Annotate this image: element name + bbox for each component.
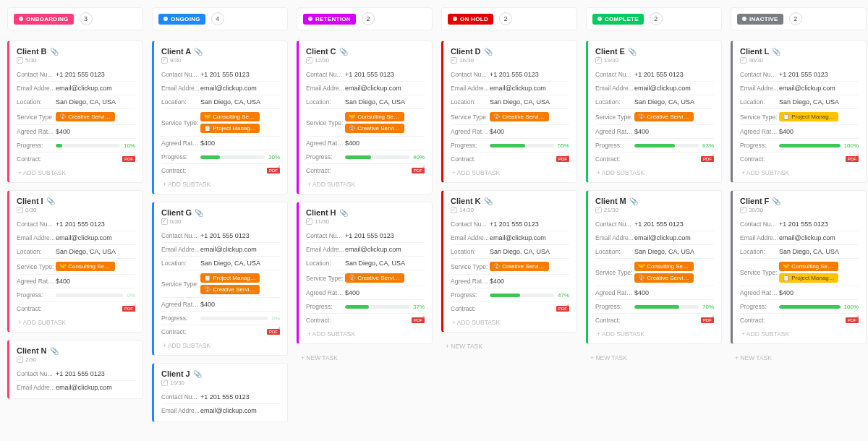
card-title[interactable]: Client H — [306, 208, 336, 217]
attachment-icon[interactable]: 📎 — [46, 197, 55, 205]
attachment-icon[interactable]: 📎 — [193, 370, 202, 378]
kanban-card[interactable]: Client I📎0/30Contact Nu...+1 201 555 012… — [7, 190, 143, 333]
card-title[interactable]: Client J — [161, 369, 190, 378]
service-tag[interactable]: 🎨 Creative Services — [634, 273, 694, 283]
kanban-card[interactable]: Client J📎10/30Contact Nu...+1 201 555 01… — [152, 363, 288, 422]
add-subtask-button[interactable]: + ADD SUBTASK — [740, 327, 859, 339]
add-subtask-button[interactable]: + ADD SUBTASK — [595, 166, 714, 178]
attachment-icon[interactable]: 📎 — [772, 48, 780, 56]
column-count: 2 — [650, 12, 663, 25]
new-task-button[interactable]: + NEW TASK — [731, 351, 867, 364]
attachment-icon[interactable]: 📎 — [339, 48, 348, 56]
add-subtask-button[interactable]: + ADD SUBTASK — [17, 166, 135, 178]
field-row: Email Addre...email@clickup.com — [306, 242, 425, 256]
service-tag[interactable]: 🤝 Consulting Servi... — [56, 262, 115, 271]
attachment-icon[interactable]: 📎 — [484, 197, 493, 205]
card-title[interactable]: Client I — [17, 197, 43, 205]
kanban-card[interactable]: Client B📎5/30Contact Nu...+1 201 555 012… — [7, 40, 143, 183]
card-title[interactable]: Client N — [17, 346, 47, 355]
kanban-card[interactable]: Client H📎11/30Contact Nu...+1 201 555 01… — [297, 202, 433, 344]
card-title[interactable]: Client K — [451, 197, 481, 205]
attachment-icon[interactable]: 📎 — [484, 48, 493, 56]
column-header[interactable]: ONGOING4 — [152, 7, 288, 30]
attachment-icon[interactable]: 📎 — [194, 48, 203, 56]
column-header[interactable]: INACTIVE2 — [731, 7, 867, 30]
service-tag[interactable]: 🤝 Consulting Servi... — [345, 112, 404, 121]
service-tag[interactable]: 🤝 Consulting Servi... — [634, 262, 694, 271]
progress-pct: 100% — [844, 142, 859, 149]
card-title[interactable]: Client L — [740, 47, 769, 56]
column-header[interactable]: RETENTION2 — [297, 7, 433, 30]
new-task-button[interactable]: + NEW TASK — [586, 351, 722, 364]
kanban-card[interactable]: Client F📎30/30Contact Nu...+1 201 555 01… — [731, 190, 867, 344]
card-title[interactable]: Client M — [595, 197, 626, 205]
contract-file[interactable]: PDF — [490, 306, 569, 312]
service-tag[interactable]: 🎨 Creative Services — [56, 112, 115, 121]
contract-file[interactable]: PDF — [345, 168, 425, 174]
kanban-card[interactable]: Client L📎30/30Contact Nu...+1 201 555 01… — [731, 40, 867, 183]
card-title[interactable]: Client D — [451, 47, 481, 56]
add-subtask-button[interactable]: + ADD SUBTASK — [451, 315, 569, 327]
kanban-card[interactable]: Client G📎0/30Contact Nu...+1 201 555 012… — [152, 202, 288, 356]
add-subtask-button[interactable]: + ADD SUBTASK — [17, 315, 135, 327]
contract-file[interactable]: PDF — [56, 156, 135, 162]
add-subtask-button[interactable]: + ADD SUBTASK — [595, 327, 714, 339]
attachment-icon[interactable]: 📎 — [195, 209, 203, 217]
add-subtask-button[interactable]: + ADD SUBTASK — [306, 177, 425, 189]
card-title[interactable]: Client E — [595, 47, 625, 56]
kanban-card[interactable]: Client A📎9/30Contact Nu...+1 201 555 012… — [152, 40, 288, 194]
add-subtask-button[interactable]: + ADD SUBTASK — [740, 166, 859, 178]
service-tag[interactable]: 🎨 Creative Services — [345, 273, 404, 283]
kanban-card[interactable]: Client M📎21/30Contact Nu...+1 201 555 01… — [586, 190, 722, 344]
attachment-icon[interactable]: 📎 — [629, 197, 638, 205]
card-title[interactable]: Client B — [17, 47, 47, 56]
add-subtask-button[interactable]: + ADD SUBTASK — [161, 177, 280, 189]
add-subtask-button[interactable]: + ADD SUBTASK — [451, 166, 569, 178]
column-header[interactable]: COMPLETE2 — [586, 7, 722, 30]
attachment-icon[interactable]: 📎 — [772, 197, 780, 205]
kanban-card[interactable]: Client D📎16/30Contact Nu...+1 201 555 01… — [441, 40, 577, 183]
contract-file[interactable]: PDF — [779, 317, 859, 323]
contract-file[interactable]: PDF — [634, 156, 714, 162]
kanban-card[interactable]: Client K📎14/30Contact Nu...+1 201 555 01… — [441, 190, 577, 333]
field-row: Contract:PDF — [306, 163, 425, 177]
kanban-card[interactable]: Client E📎19/30Contact Nu...+1 201 555 01… — [586, 40, 722, 183]
contract-file[interactable]: PDF — [490, 156, 569, 162]
contract-file[interactable]: PDF — [200, 168, 280, 174]
email-address: email@clickup.com — [200, 407, 280, 414]
service-tag[interactable]: 🤝 Consulting Servi... — [779, 262, 838, 271]
service-tag[interactable]: 🤝 Consulting Servi... — [200, 112, 260, 121]
kanban-card[interactable]: Client C📎12/30Contact Nu...+1 201 555 01… — [297, 40, 433, 194]
field-row: Contact Nu...+1 201 555 0123 — [595, 68, 714, 81]
kanban-card[interactable]: Client N📎2/30Contact Nu...+1 201 555 012… — [7, 340, 143, 399]
service-tag[interactable]: 📋 Project Manage... — [779, 112, 838, 121]
card-title[interactable]: Client F — [740, 197, 769, 205]
add-subtask-button[interactable]: + ADD SUBTASK — [161, 338, 280, 351]
new-task-button[interactable]: + NEW TASK — [297, 351, 433, 364]
service-tag[interactable]: 🎨 Creative Services — [345, 124, 404, 133]
column-header[interactable]: ON HOLD2 — [441, 7, 577, 30]
service-tag[interactable]: 🎨 Creative Services — [490, 112, 549, 121]
card-title[interactable]: Client A — [161, 47, 191, 56]
attachment-icon[interactable]: 📎 — [628, 48, 637, 56]
service-tag[interactable]: 🎨 Creative Services — [490, 262, 549, 271]
contract-file[interactable]: PDF — [779, 156, 859, 162]
card-title[interactable]: Client G — [161, 208, 192, 217]
service-tag[interactable]: 🎨 Creative Services — [200, 285, 260, 294]
card-title[interactable]: Client C — [306, 47, 336, 56]
add-subtask-button[interactable]: + ADD SUBTASK — [306, 327, 425, 339]
progress-bar — [345, 155, 409, 159]
service-tag[interactable]: 📋 Project Manage... — [200, 273, 260, 283]
contract-file[interactable]: PDF — [634, 317, 714, 323]
column-header[interactable]: ONBOARDING3 — [7, 7, 143, 30]
attachment-icon[interactable]: 📎 — [339, 209, 348, 217]
attachment-icon[interactable]: 📎 — [50, 347, 59, 355]
service-tag[interactable]: 📋 Project Manage... — [779, 273, 838, 283]
contract-file[interactable]: PDF — [56, 306, 135, 312]
contract-file[interactable]: PDF — [200, 329, 280, 335]
new-task-button[interactable]: + NEW TASK — [441, 340, 577, 353]
service-tag[interactable]: 📋 Project Manage... — [200, 124, 260, 133]
contract-file[interactable]: PDF — [345, 317, 425, 323]
attachment-icon[interactable]: 📎 — [50, 48, 59, 56]
service-tag[interactable]: 🎨 Creative Services — [634, 112, 694, 121]
